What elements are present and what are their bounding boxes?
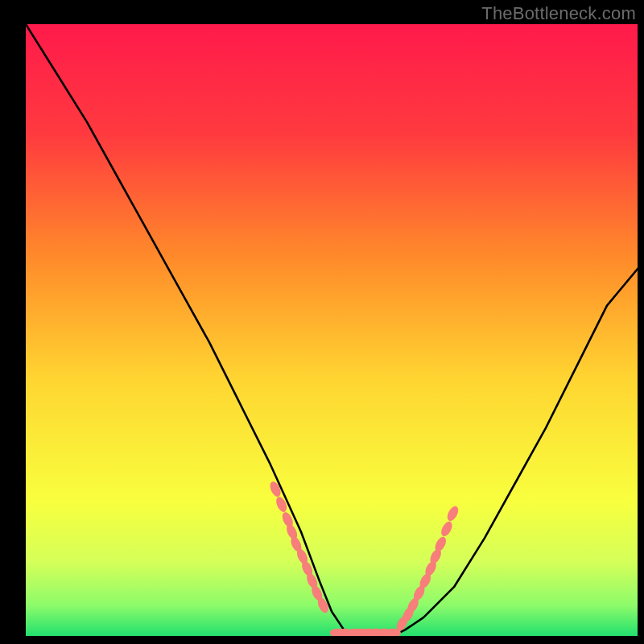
gradient-background — [26, 24, 638, 636]
watermark-text: TheBottleneck.com — [481, 3, 636, 24]
chart-frame — [26, 24, 638, 636]
bottleneck-chart — [26, 24, 638, 636]
